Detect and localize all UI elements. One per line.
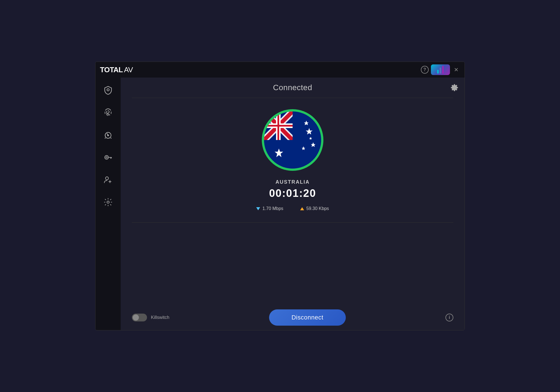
- sidebar-item-refer[interactable]: [101, 173, 115, 187]
- key-icon: [104, 153, 113, 162]
- title-bar-controls: ? ✕: [421, 64, 460, 75]
- main-area: Connected: [95, 78, 465, 330]
- svg-point-6: [107, 201, 109, 203]
- bar1: [437, 70, 439, 74]
- settings-gear-button[interactable]: [449, 83, 459, 93]
- svg-point-4: [106, 157, 107, 158]
- sidebar: [95, 78, 121, 330]
- connection-timer: 00:01:20: [269, 187, 316, 199]
- help-button[interactable]: ?: [421, 66, 429, 74]
- killswitch-toggle[interactable]: [132, 314, 147, 321]
- info-button[interactable]: i: [445, 314, 453, 321]
- app-switcher-button[interactable]: [431, 64, 450, 75]
- speedometer-icon: [104, 130, 113, 139]
- download-speed: 1.70 Mbps: [256, 206, 283, 211]
- speed-indicators: 1.70 Mbps 59.30 Kbps: [256, 206, 329, 211]
- app-window: TOTAL AV ? ✕: [95, 62, 465, 330]
- vpn-content: Connected: [121, 78, 465, 305]
- sidebar-item-settings[interactable]: [101, 195, 115, 209]
- killswitch-area: Killswitch: [132, 314, 169, 321]
- disconnect-area: Disconnect: [169, 309, 445, 326]
- connected-status: Connected: [273, 83, 312, 92]
- country-name: AUSTRALIA: [276, 179, 310, 185]
- gear-icon: [451, 84, 458, 92]
- sidebar-item-password-vault[interactable]: [101, 150, 115, 164]
- toggle-knob: [133, 314, 139, 321]
- upload-arrow-icon: [300, 207, 304, 210]
- svg-rect-19: [264, 125, 293, 127]
- download-arrow-icon: [256, 207, 260, 210]
- add-user-icon: [104, 175, 113, 184]
- svg-point-2: [108, 135, 109, 136]
- upload-speed: 59.30 Kbps: [300, 206, 329, 211]
- svg-point-5: [106, 177, 109, 180]
- download-speed-value: 1.70 Mbps: [262, 206, 283, 211]
- sidebar-item-shield[interactable]: [101, 83, 115, 97]
- svg-point-3: [105, 155, 108, 159]
- australia-flag-svg: [264, 111, 321, 169]
- bottom-divider: [132, 222, 453, 223]
- sidebar-item-safe-browsing[interactable]: [101, 106, 115, 120]
- sidebar-item-speedometer[interactable]: [101, 128, 115, 142]
- title-bar: TOTAL AV ? ✕: [95, 62, 465, 78]
- svg-rect-20: [293, 111, 321, 169]
- svg-point-0: [107, 89, 109, 91]
- settings-sidebar-icon: [104, 198, 113, 207]
- country-flag-circle: [262, 109, 323, 171]
- switcher-bars-icon: [437, 66, 444, 74]
- logo-av: AV: [124, 66, 133, 74]
- close-button[interactable]: ✕: [452, 66, 460, 74]
- top-divider: [132, 98, 453, 98]
- shield-icon: [104, 86, 113, 95]
- bar2: [440, 67, 441, 74]
- content-panel: Connected: [121, 78, 465, 330]
- bottom-bar: Killswitch Disconnect i: [121, 305, 465, 330]
- killswitch-label: Killswitch: [151, 315, 169, 320]
- app-logo: TOTAL AV: [100, 66, 133, 74]
- upload-speed-value: 59.30 Kbps: [306, 206, 329, 211]
- fingerprint-icon: [104, 108, 113, 117]
- logo-total: TOTAL: [100, 66, 123, 74]
- disconnect-button[interactable]: Disconnect: [269, 309, 346, 326]
- bar3: [442, 66, 444, 74]
